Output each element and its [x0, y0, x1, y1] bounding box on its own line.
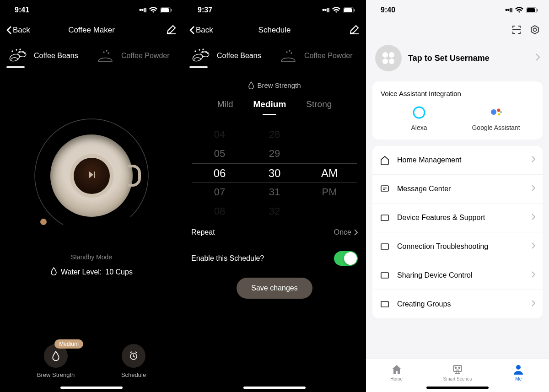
back-button[interactable]: Back: [6, 26, 30, 35]
dial[interactable]: [27, 112, 156, 240]
picker-row[interactable]: 0832: [192, 202, 357, 221]
list-item-icon: [380, 184, 390, 194]
svg-point-20: [199, 49, 200, 50]
home-indicator[interactable]: [60, 387, 123, 389]
svg-point-36: [497, 109, 501, 112]
chevron-right-icon: [532, 242, 535, 251]
svg-point-37: [498, 113, 501, 116]
water-drop-icon: [248, 81, 254, 89]
picker-row[interactable]: 0630AM: [192, 163, 357, 183]
water-drop-icon: [51, 351, 60, 361]
chevron-right-icon: [532, 271, 535, 279]
tab-medium[interactable]: Medium: [253, 99, 286, 115]
schedule-label: Schedule: [121, 371, 146, 378]
schedule-circle: [122, 344, 145, 368]
svg-point-47: [516, 365, 521, 370]
tab-home[interactable]: Home: [366, 359, 427, 387]
water-level: Water Level: 10 Cups: [50, 267, 133, 277]
profile-row[interactable]: Tap to Set Username: [366, 41, 549, 81]
svg-rect-40: [381, 215, 388, 220]
svg-point-8: [103, 52, 104, 53]
battery-icon: [343, 7, 355, 13]
signal-icon: [139, 6, 146, 14]
list-item[interactable]: Sharing Device Control: [372, 261, 543, 290]
scenes-icon: [452, 364, 463, 376]
picker-row[interactable]: 0428: [192, 125, 357, 144]
status-bar: 9:40: [366, 0, 549, 20]
settings-button[interactable]: [530, 25, 540, 37]
tab-scenes[interactable]: Smart Scenes: [427, 359, 488, 387]
schedule-button[interactable]: Schedule: [121, 344, 146, 378]
clock: 9:40: [381, 6, 505, 14]
bottom-actions: Medium Brew Strength Schedule: [0, 344, 183, 378]
repeat-row[interactable]: Repeat Once: [183, 221, 366, 244]
coffee-type-tabs: Coffee Beans Coffee Powder: [0, 40, 183, 70]
brew-strength-section: Brew Strength Mild Medium Strong: [183, 81, 366, 115]
enable-row: Enable this Schedule?: [183, 244, 366, 273]
svg-marker-28: [531, 26, 538, 34]
list-item[interactable]: Device Features & Support: [372, 204, 543, 232]
dial-area: Standby Mode Water Level: 10 Cups: [0, 70, 183, 277]
signal-icon: [505, 6, 512, 14]
back-button[interactable]: Back: [189, 26, 213, 35]
list-item-label: Connection Troubleshooting: [397, 242, 524, 251]
tab-me[interactable]: Me: [488, 359, 549, 387]
alexa-button[interactable]: Alexa: [381, 106, 458, 131]
svg-rect-26: [527, 8, 535, 12]
screen-schedule: 9:37 Back Schedule: [183, 0, 366, 392]
home-indicator[interactable]: [243, 387, 306, 389]
edit-button[interactable]: [167, 24, 177, 36]
status-icons: [505, 6, 538, 14]
avatar: [375, 45, 402, 71]
status-bar: 9:41: [0, 0, 183, 20]
back-label: Back: [13, 26, 30, 35]
list-item[interactable]: Creating Groups: [372, 290, 543, 318]
home-indicator[interactable]: [426, 387, 489, 389]
svg-rect-39: [381, 186, 388, 191]
save-button[interactable]: Save changes: [237, 278, 312, 299]
google-button[interactable]: Google Assistant: [458, 106, 534, 131]
chevron-right-icon: [532, 214, 535, 222]
battery-icon: [160, 7, 172, 13]
tab-coffee-beans[interactable]: Coffee Beans: [6, 44, 89, 70]
svg-point-35: [491, 109, 496, 115]
edit-button[interactable]: [350, 24, 360, 36]
signal-icon: [322, 6, 329, 14]
chevron-right-icon: [532, 300, 535, 308]
time-picker[interactable]: 042805290630AM0731PM0832: [183, 125, 366, 221]
tab-coffee-powder[interactable]: Coffee Powder: [277, 44, 360, 70]
status-icons: [322, 6, 355, 14]
person-icon: [512, 364, 524, 376]
enable-toggle[interactable]: [334, 251, 358, 266]
picker-row[interactable]: 0529: [192, 144, 357, 163]
play-icon: [86, 170, 97, 182]
list-item[interactable]: Message Center: [372, 175, 543, 204]
tab-strong[interactable]: Strong: [306, 99, 332, 115]
tab-powder-label: Coffee Powder: [304, 52, 353, 60]
svg-point-46: [458, 367, 460, 369]
list-item[interactable]: Connection Troubleshooting: [372, 232, 543, 261]
brew-strength-button[interactable]: Medium Brew Strength: [37, 344, 75, 378]
list-item[interactable]: Home Management: [372, 146, 543, 175]
google-label: Google Assistant: [472, 124, 520, 131]
voice-assistant-card: Voice Assistant Integration Alexa Google…: [372, 81, 543, 140]
tab-mild[interactable]: Mild: [217, 99, 233, 115]
tab-coffee-beans[interactable]: Coffee Beans: [189, 44, 272, 70]
list-item-label: Message Center: [397, 185, 524, 193]
svg-point-10: [108, 53, 109, 54]
svg-point-21: [203, 49, 204, 50]
tab-coffee-powder[interactable]: Coffee Powder: [94, 44, 177, 70]
list-item-label: Sharing Device Control: [397, 271, 524, 279]
svg-point-32: [382, 59, 388, 64]
start-brew-button[interactable]: [50, 134, 133, 217]
dial-knob[interactable]: [40, 219, 47, 225]
wifi-icon: [332, 7, 340, 13]
clock: 9:41: [15, 6, 139, 14]
svg-point-19: [195, 51, 196, 52]
scan-button[interactable]: [511, 25, 522, 37]
svg-point-7: [20, 49, 21, 50]
list-item-icon: [380, 155, 390, 165]
svg-point-30: [382, 52, 388, 58]
picker-row[interactable]: 0731PM: [192, 183, 357, 202]
username: Tap to Set Username: [408, 54, 529, 63]
